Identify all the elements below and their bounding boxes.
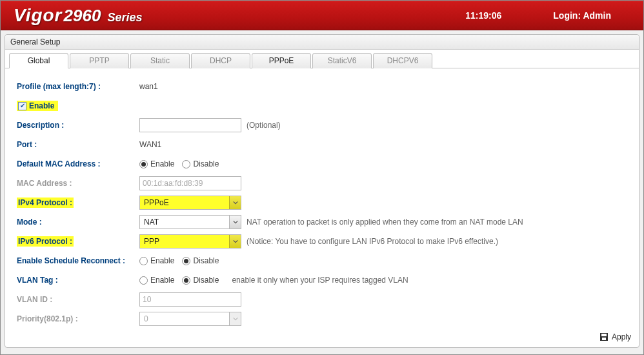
priority-select: 0	[139, 312, 241, 326]
description-input[interactable]	[139, 118, 241, 132]
schedule-enable-radio[interactable]: Enable	[139, 256, 174, 265]
brand: Vigor 2960 Series	[14, 5, 142, 26]
default-mac-disable-radio[interactable]: Disable	[182, 159, 219, 168]
select-value: PPPoE	[140, 198, 229, 207]
mode-hint: NAT operation to packet is only applied …	[247, 218, 523, 227]
tab-label: Static	[150, 56, 170, 65]
enable-checkbox[interactable]	[18, 102, 26, 110]
login-status: Login: Admin	[553, 10, 611, 21]
select-value: 0	[140, 314, 229, 323]
tab-pptp[interactable]: PPTP	[70, 53, 129, 68]
save-icon	[599, 332, 609, 342]
ipv6-protocol-select[interactable]: PPP	[139, 234, 241, 249]
apply-label: Apply	[612, 332, 631, 341]
radio-label: Enable	[150, 276, 174, 285]
tab-label: DHCP	[210, 56, 232, 65]
select-value: NAT	[140, 218, 229, 227]
schedule-disable-radio[interactable]: Disable	[182, 256, 219, 265]
clock: 11:19:06	[465, 10, 501, 21]
select-value: PPP	[140, 237, 229, 246]
mode-label: Mode :	[17, 218, 139, 227]
ipv4-protocol-select[interactable]: PPPoE	[139, 196, 241, 210]
chevron-down-icon	[229, 216, 241, 228]
chevron-down-icon	[229, 312, 241, 325]
mac-address-label: MAC Address :	[17, 179, 139, 188]
default-mac-enable-radio[interactable]: Enable	[139, 159, 174, 168]
port-label: Port :	[17, 140, 139, 149]
vlan-id-input	[139, 292, 241, 307]
tab-global[interactable]: Global	[9, 53, 68, 68]
vlan-hint: enable it only when your ISP requires ta…	[232, 276, 408, 285]
default-mac-label: Default MAC Address :	[17, 159, 139, 168]
vlan-id-label: VLAN ID :	[17, 295, 139, 304]
app-header: Vigor 2960 Series 11:19:06 Login: Admin	[1, 1, 643, 30]
tab-label: Global	[28, 56, 50, 65]
enable-field: Enable	[17, 101, 58, 111]
enable-label: Enable	[29, 101, 54, 110]
page-title: General Setup	[5, 35, 639, 50]
form-area: Profile (max length:7) : wan1 Enable Des…	[5, 68, 639, 334]
tab-label: DHCPV6	[387, 56, 419, 65]
description-label: Description :	[17, 121, 139, 130]
priority-label: Priority(802.1p) :	[17, 314, 139, 323]
tab-dhcp[interactable]: DHCP	[191, 53, 250, 68]
tab-label: PPTP	[89, 56, 109, 65]
schedule-reconnect-label: Enable Schedule Reconnect :	[17, 256, 139, 265]
tab-staticv6[interactable]: StaticV6	[312, 53, 372, 68]
description-hint: (Optional)	[247, 121, 281, 130]
tab-bar: Global PPTP Static DHCP PPPoE StaticV6 D…	[5, 50, 639, 68]
ipv4-protocol-label: IPv4 Protocol :	[17, 198, 139, 207]
chevron-down-icon	[229, 235, 241, 248]
brand-name: Vigor	[14, 5, 63, 26]
vlan-disable-radio[interactable]: Disable	[182, 276, 219, 285]
mode-select[interactable]: NAT	[139, 215, 241, 229]
vlan-enable-radio[interactable]: Enable	[139, 276, 174, 285]
tab-dhcpv6[interactable]: DHCPV6	[373, 53, 432, 68]
tab-label: StaticV6	[328, 56, 357, 65]
radio-label: Disable	[193, 276, 219, 285]
ipv4-protocol-label-text: IPv4 Protocol :	[17, 198, 74, 208]
radio-label: Disable	[193, 159, 219, 168]
profile-label: Profile (max length:7) :	[17, 82, 139, 91]
radio-label: Enable	[150, 159, 174, 168]
svg-rect-1	[601, 334, 607, 336]
radio-label: Enable	[150, 256, 174, 265]
brand-model: 2960	[64, 6, 101, 26]
svg-rect-2	[602, 338, 606, 340]
port-value: WAN1	[139, 140, 161, 149]
vlan-tag-label: VLAN Tag :	[17, 276, 139, 285]
main-panel: General Setup Global PPTP Static DHCP PP…	[5, 34, 639, 348]
chevron-down-icon	[229, 196, 241, 209]
apply-button[interactable]: Apply	[599, 332, 631, 342]
mac-address-input	[139, 176, 241, 190]
tab-pppoe[interactable]: PPPoE	[252, 53, 311, 68]
tab-static[interactable]: Static	[130, 53, 190, 68]
ipv6-protocol-label: IPv6 Protocol :	[17, 237, 139, 246]
brand-series: Series	[107, 11, 142, 25]
radio-label: Disable	[193, 256, 219, 265]
ipv6-protocol-label-text: IPv6 Protocol :	[17, 236, 74, 247]
profile-value: wan1	[139, 82, 158, 91]
tab-label: PPPoE	[269, 56, 294, 65]
ipv6-hint: (Notice: You have to configure LAN IPv6 …	[247, 237, 498, 246]
